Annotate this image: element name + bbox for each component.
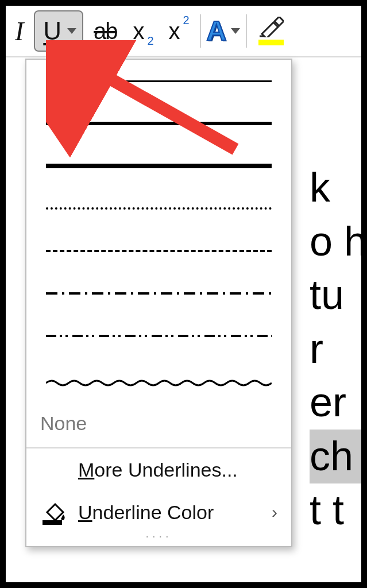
menu-label: Underline Color: [78, 501, 214, 524]
underline-none[interactable]: None: [26, 400, 291, 448]
line-sample-icon: [46, 207, 272, 210]
underline-style-wave[interactable]: [26, 357, 291, 400]
highlight-color-swatch: [258, 40, 284, 45]
underline-style-dashed[interactable]: [26, 230, 291, 272]
paint-bucket-icon: [40, 500, 68, 525]
formatting-toolbar: I U ab x x A: [6, 6, 361, 57]
menu-label: None: [40, 412, 87, 434]
line-sample-icon: [46, 292, 272, 295]
toolbar-separator: [200, 14, 201, 48]
document-body-text: k o h tu r er ch t t: [310, 161, 367, 537]
underline-style-dropdown: None More Underlines... Underline Color …: [25, 59, 292, 547]
underline-style-dotted[interactable]: [26, 187, 291, 230]
italic-button[interactable]: I: [9, 13, 29, 49]
underline-color-menu-item[interactable]: Underline Color ›: [26, 489, 291, 533]
line-sample-icon: [46, 80, 272, 82]
superscript-icon: x: [169, 18, 188, 44]
highlight-color-button[interactable]: [253, 13, 289, 49]
italic-icon: I: [15, 16, 24, 47]
underline-split-button[interactable]: U: [34, 10, 83, 52]
highlighter-icon: [258, 17, 284, 37]
menu-label: More Underlines...: [78, 459, 238, 481]
text-effects-button[interactable]: A: [207, 17, 241, 45]
line-sample-icon: [46, 122, 272, 125]
superscript-button[interactable]: x: [163, 13, 194, 49]
subscript-icon: x: [133, 18, 153, 44]
underline-style-single[interactable]: [26, 60, 291, 102]
toolbar-separator: [246, 14, 247, 48]
text-effects-icon: A: [207, 17, 227, 45]
chevron-down-icon[interactable]: [231, 28, 240, 34]
menu-resize-handle[interactable]: ····: [26, 529, 291, 546]
strikethrough-icon: ab: [94, 18, 117, 44]
subscript-button[interactable]: x: [128, 13, 159, 49]
strikethrough-button[interactable]: ab: [88, 13, 123, 49]
line-sample-icon: [46, 164, 272, 168]
underline-icon: U: [43, 18, 61, 44]
line-sample-icon: [46, 250, 272, 252]
underline-style-thick[interactable]: [26, 145, 291, 187]
underline-style-dash-dot-dot[interactable]: [26, 315, 291, 357]
underline-style-dash-dot[interactable]: [26, 272, 291, 315]
underline-style-double[interactable]: [26, 102, 291, 145]
line-sample-icon: [46, 335, 272, 337]
chevron-right-icon: ›: [272, 502, 277, 522]
more-underlines-menu-item[interactable]: More Underlines...: [26, 448, 291, 489]
screenshot-frame: I U ab x x A: [0, 0, 367, 588]
chevron-down-icon[interactable]: [67, 28, 76, 34]
